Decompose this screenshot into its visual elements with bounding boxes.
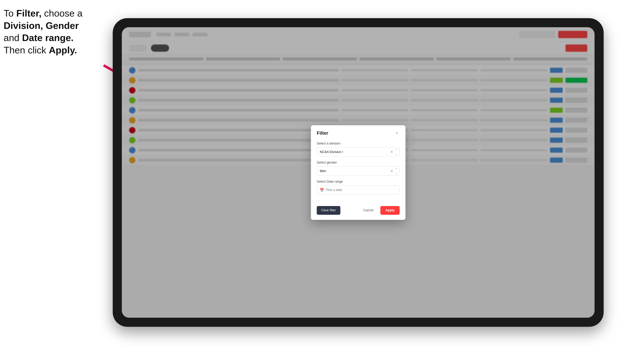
- date-range-label: Select Date range: [317, 180, 400, 183]
- division-label: Select a division: [317, 142, 400, 145]
- gender-form-group: Select gender Men ✕ ⌃⌄: [317, 161, 400, 176]
- filter-modal: Filter × Select a division NCAA Division…: [311, 125, 406, 220]
- modal-footer: Clear filter Cancel Apply: [311, 203, 406, 220]
- division-select-wrapper: NCAA Division I ✕ ⌃⌄: [317, 147, 400, 157]
- division-select[interactable]: NCAA Division I: [317, 147, 400, 157]
- tablet-screen: Filter × Select a division NCAA Division…: [122, 27, 594, 318]
- date-range-input[interactable]: [317, 185, 400, 195]
- cancel-button[interactable]: Cancel: [359, 206, 378, 215]
- modal-title: Filter: [317, 130, 328, 136]
- modal-overlay: Filter × Select a division NCAA Division…: [122, 27, 594, 318]
- clear-filter-button[interactable]: Clear filter: [317, 206, 340, 215]
- date-input-wrapper: 📅: [317, 185, 400, 195]
- date-range-form-group: Select Date range 📅: [317, 180, 400, 195]
- gender-select-wrapper: Men ✕ ⌃⌄: [317, 166, 400, 176]
- apply-button[interactable]: Apply: [380, 206, 400, 215]
- instruction-text: To Filter, choose a Division, Gender and…: [4, 7, 109, 56]
- instruction-bold2: Division, Gender: [4, 20, 79, 31]
- gender-label: Select gender: [317, 161, 400, 165]
- modal-footer-right: Cancel Apply: [359, 206, 400, 215]
- instruction-bold1: Filter,: [16, 8, 42, 18]
- tablet-frame: Filter × Select a division NCAA Division…: [113, 18, 604, 327]
- instruction-line4: Then click Apply.: [4, 45, 77, 55]
- modal-body: Select a division NCAA Division I ✕ ⌃⌄ S…: [311, 140, 406, 203]
- instruction-line3: and Date range.: [4, 32, 74, 43]
- gender-clear-button[interactable]: ✕: [390, 169, 393, 173]
- gender-select[interactable]: Men: [317, 166, 400, 176]
- division-clear-button[interactable]: ✕: [390, 150, 393, 154]
- instruction-bold3: Date range.: [22, 32, 74, 43]
- calendar-icon: 📅: [320, 188, 324, 192]
- instruction-bold4: Apply.: [49, 45, 77, 55]
- modal-header: Filter ×: [311, 125, 406, 140]
- division-form-group: Select a division NCAA Division I ✕ ⌃⌄: [317, 142, 400, 157]
- instruction-line1: To Filter, choose a: [4, 8, 82, 18]
- modal-close-button[interactable]: ×: [394, 130, 400, 136]
